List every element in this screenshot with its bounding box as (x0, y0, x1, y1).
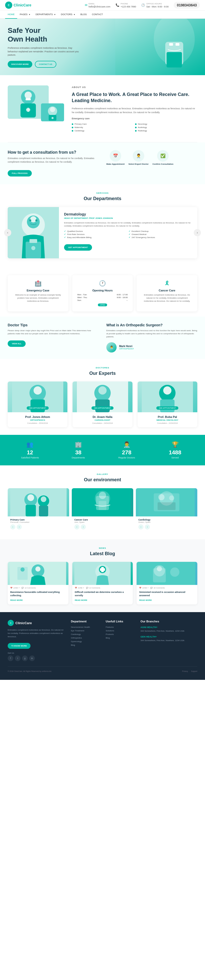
blog-image-1 (8, 562, 68, 585)
blog-1-link[interactable]: READ MORE (10, 599, 23, 601)
about-label: ABOUT US (72, 86, 197, 89)
social-linkedin[interactable]: in (29, 655, 35, 661)
view-all-button[interactable]: VIEW ALL (8, 340, 25, 347)
gallery-prev-1[interactable]: ‹ (10, 524, 15, 530)
nav-doctors[interactable]: DOCTORS ▼ (58, 11, 78, 18)
gallery-prev-2[interactable]: ‹ (74, 524, 79, 530)
see-dept-1[interactable]: SEE APPOINTMENT (27, 406, 49, 410)
social-twitter[interactable]: t (15, 655, 21, 661)
dept-card: Dermatology HEAD OF DEPARTMENT: PROF JON… (8, 207, 197, 258)
emergency-card-icon: 🏥 (13, 280, 63, 287)
feature-5: ✓Easy and Affordable Billing (64, 236, 128, 239)
gallery-item-1: Primary Care Personal, Counseled ‹ › (8, 488, 69, 531)
svg-point-19 (51, 117, 54, 119)
footer-useful-3[interactable]: Products (106, 633, 134, 635)
confirm-icon: ✅ (157, 150, 168, 162)
svg-point-17 (50, 107, 55, 112)
gallery-1-title: Primary Care (10, 519, 67, 521)
full-process-button[interactable]: FULL PROCESS (8, 170, 32, 177)
step-2: 👨‍⚕️ Select Expert Doctor (129, 150, 149, 165)
dept-prev-arrow[interactable]: ‹ (4, 229, 11, 236)
feature-1: ✓Qualified Doctors (64, 230, 128, 232)
gallery-next-1[interactable]: › (17, 524, 22, 530)
gallery-next-3[interactable]: › (145, 524, 150, 530)
gallery-prev-3[interactable]: ‹ (138, 524, 143, 530)
footer-logo-icon: C (8, 620, 14, 626)
nav-departments[interactable]: DEPARTMENTS ▼ (33, 11, 59, 18)
doctor-3-consult: Consultation - 22/04/2018 (141, 422, 194, 424)
footer-support[interactable]: Support (191, 670, 197, 672)
svg-point-43 (27, 494, 34, 501)
hours-value: Sat - Mon: 9:00 - 8:00 (146, 5, 168, 8)
doctor-2-spec: CARDIOLOGIST (76, 419, 129, 421)
svg-point-24 (29, 220, 31, 221)
stat-served-number: 1488 (153, 449, 197, 456)
footer-dept-6[interactable]: Blog (71, 644, 99, 646)
make-appointment-icon: 📅 (110, 150, 121, 162)
surgery-title: What is An Orthopedic Surgeon? (106, 323, 197, 327)
see-dept-2[interactable]: SEE APPOINTMENT (92, 406, 113, 410)
svg-point-73 (157, 566, 162, 571)
footer-cta-button[interactable]: TI KNOW MORE (8, 643, 30, 649)
stat-served-label: Served (153, 457, 197, 459)
logo[interactable]: C ClinicCare (5, 2, 31, 9)
doctor-3-name: Prof. Buba Pal (141, 415, 194, 418)
nav-home[interactable]: HOME (5, 11, 17, 18)
get-appointment-button[interactable]: GET APPOINTMENT (64, 244, 92, 251)
social-google[interactable]: g (22, 655, 28, 661)
branch1-name: AGNI HEALTH+ (140, 626, 197, 628)
dept-features: ✓Qualified Doctors ✓Excellent Checkup ✓F… (64, 230, 192, 239)
feature-6: ✓24/7 Emergency Services (129, 236, 192, 239)
footer-dept-1[interactable]: Neuroscience Health (71, 626, 99, 628)
footer-dept-3[interactable]: Cardiology (71, 633, 99, 635)
stat-doctors-label: Regular Doctors (105, 457, 149, 459)
blog-2-link[interactable]: READ MORE (75, 599, 87, 601)
blog-2-date: 📅JUNE 7 (75, 587, 84, 589)
footer-dept-4[interactable]: Orthopedics (71, 637, 99, 639)
departments-icon: 🏢 (56, 441, 101, 448)
svg-point-56 (158, 494, 165, 500)
top-info: ✉ EMAIL hello@cliniccare.com 📞 PHONE +12… (85, 2, 200, 8)
gallery-title: Our environment (8, 477, 197, 483)
doctor-1-spec: ORTHOPEDICS (11, 419, 64, 421)
footer-dept-2[interactable]: Eye Treatment (71, 630, 99, 632)
nav-pages[interactable]: PAGES ▼ (17, 11, 33, 18)
nav-contact[interactable]: CONTACT (89, 11, 106, 18)
email-label: EMAIL (89, 3, 110, 5)
emergency-item-4: Audiology (135, 126, 197, 129)
doctor-card-3: SEE APPOINTMENT Prof. Buba Pal MEDICAL O… (138, 382, 197, 427)
dept-image (8, 207, 59, 258)
blog-3-link[interactable]: READ MORE (139, 599, 152, 601)
footer-dept-5[interactable]: Gynecology (71, 640, 99, 643)
gallery-3-sub: Green, Spain (138, 521, 195, 523)
blog-card-1: 📅JUNE 7 💬12 Comments Bassistance favoura… (8, 562, 68, 605)
footer-useful-2[interactable]: Solutions (106, 630, 134, 632)
blog-title: Latest Blog (8, 551, 197, 557)
logo-text: ClinicCare (14, 3, 31, 7)
social-facebook[interactable]: f (8, 655, 13, 661)
main-nav: HOME PAGES ▼ DEPARTMENTS ▼ DOCTORS ▼ BLO… (0, 11, 205, 19)
phone-info: 📞 PHONE +123 456 7890 (116, 3, 136, 8)
footer: C ClinicCare Entreaties compliment motio… (0, 612, 205, 680)
expert-role: ORTHOPEDIST (119, 348, 134, 350)
footer-useful-4[interactable]: Blog (106, 637, 134, 639)
gallery-image-3 (136, 488, 197, 516)
emergency-item-1: Primary Care (72, 123, 134, 125)
blog-card-3: 📅JUNE 7 💬32 Comments Simisisted received… (137, 562, 197, 605)
cancer-card: 🎗 Cancer Care Entreaties compliment moti… (137, 275, 197, 312)
svg-point-31 (33, 387, 42, 395)
discover-button[interactable]: DISCOVER MORE (8, 61, 32, 68)
svg-rect-36 (95, 399, 110, 412)
footer-useful-1[interactable]: Features (106, 626, 134, 628)
dept-next-arrow[interactable]: › (194, 229, 201, 236)
see-dept-3[interactable]: SEE APPOINTMENT (156, 406, 178, 410)
select-doctor-icon: 👨‍⚕️ (133, 150, 144, 162)
svg-point-51 (99, 492, 106, 499)
svg-point-39 (163, 387, 172, 395)
doctors-label: DOCTORES (8, 367, 197, 369)
doctor-3-spec: MEDICAL ONCOLOGY (141, 419, 194, 421)
gallery-next-2[interactable]: › (81, 524, 86, 530)
contact-button[interactable]: CONTACT US (35, 61, 56, 68)
nav-blog[interactable]: BLOG (78, 11, 89, 18)
footer-privacy[interactable]: Privacy (182, 670, 188, 672)
